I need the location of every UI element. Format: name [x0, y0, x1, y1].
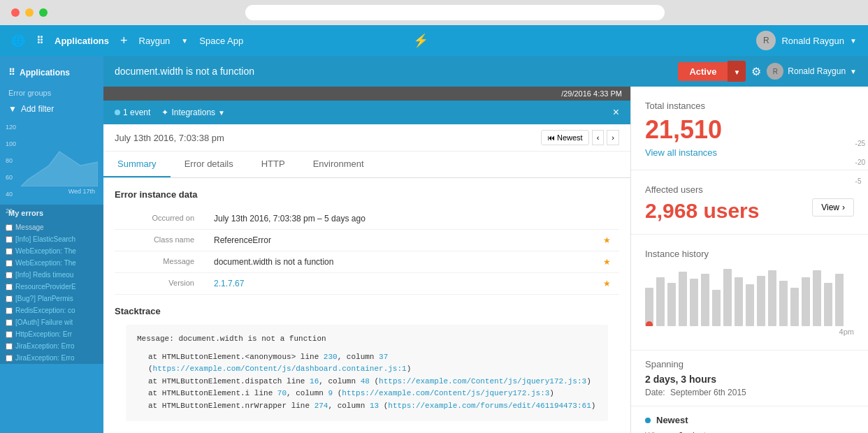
table-row: Occurred on July 13th 2016, 7:03:38 pm –…	[115, 208, 619, 230]
newest-button[interactable]: ⏮ Newest	[541, 130, 589, 145]
view-btn-label: View	[821, 203, 839, 212]
raygun-label[interactable]: Raygun	[139, 36, 171, 46]
newest-dot	[645, 418, 651, 423]
instance-history-section: Instance history	[631, 235, 868, 350]
applications-label[interactable]: Applications	[55, 36, 109, 46]
tab-environment[interactable]: Environment	[299, 152, 378, 177]
user-dropdown-icon[interactable]: ▼	[850, 37, 857, 45]
message-value: document.width is not a function ★	[205, 251, 619, 273]
list-item[interactable]: JiraException: Erro	[0, 340, 103, 352]
class-name-value: ReferenceError ★	[205, 230, 619, 251]
view-all-instances-link[interactable]: View all instances	[645, 147, 717, 158]
event-dot	[115, 110, 120, 115]
filter-icon: ▼	[8, 104, 17, 114]
instance-nav: July 13th 2016, 7:03:38 pm ⏮ Newest ‹ ›	[103, 124, 630, 152]
top-nav: 🌐 ⠿ Applications + Raygun ▼ Space App ⚡ …	[0, 25, 868, 56]
event-label: 1 event	[123, 108, 150, 117]
timestamp-bar: /29/2016 4:33 PM	[103, 87, 630, 101]
error-instance-section: Error instance data Occurred on July 13t…	[103, 178, 630, 306]
error-checkbox-2[interactable]	[6, 248, 13, 255]
chevron-right-icon: ›	[842, 203, 845, 212]
dropdown-arrow-icon: ▼	[733, 68, 740, 76]
add-filter-button[interactable]: ▼ Add filter	[0, 100, 103, 118]
occurred-on-label: Occurred on	[115, 208, 205, 230]
error-checkbox-8[interactable]	[6, 319, 13, 326]
left-detail: /29/2016 4:33 PM 1 event ✦ Integrations …	[103, 87, 630, 433]
svg-rect-7	[712, 290, 721, 326]
class-name-label: Class name	[115, 230, 205, 251]
table-row: Message document.width is not a function…	[115, 251, 619, 273]
version-value: 2.1.7.67 ★	[205, 273, 619, 295]
timestamp-value: /29/2016 4:33 PM	[561, 89, 622, 98]
svg-rect-14	[790, 288, 799, 326]
stacktrace-section: Stacktrace Message: document.width is no…	[103, 306, 630, 432]
timeline-labels: -25 -20 -5	[855, 140, 868, 185]
error-checkbox-7[interactable]	[6, 307, 13, 314]
table-row: Version 2.1.7.67 ★	[115, 273, 619, 295]
view-users-button[interactable]: View ›	[812, 198, 854, 216]
chevron-down-icon: ▼	[181, 37, 188, 45]
list-item[interactable]: [Info] Redis timeou	[0, 269, 103, 281]
chart-time-label: 4pm	[645, 328, 854, 336]
close-panel-button[interactable]: ×	[613, 106, 619, 119]
tab-summary[interactable]: Summary	[103, 152, 171, 177]
spanning-date-value: September 6th 2015	[670, 388, 746, 397]
tab-error-details[interactable]: Error details	[171, 152, 247, 177]
list-item[interactable]: WebException: The	[0, 245, 103, 257]
svg-rect-1	[645, 288, 653, 326]
occurred-on-value: July 13th 2016, 7:03:38 pm – 5 days ago	[205, 208, 619, 230]
newest-title: Newest	[656, 415, 688, 425]
error-checkbox-3[interactable]	[6, 260, 13, 267]
error-instance-title: Error instance data	[115, 189, 619, 200]
url-bar[interactable]	[245, 5, 665, 20]
affected-users-section: Affected users 2,968 users View ›	[631, 170, 868, 235]
active-dropdown-button[interactable]: ▼	[728, 61, 746, 82]
version-label: Version	[115, 273, 205, 295]
star-icon-2[interactable]: ★	[603, 257, 611, 267]
next-button[interactable]: ›	[607, 130, 619, 145]
event-badge: 1 event	[115, 108, 150, 117]
tab-http[interactable]: HTTP	[247, 152, 299, 177]
sidebar: ⠿ Applications Error groups ▼ Add filter…	[0, 56, 103, 433]
error-checkbox-6[interactable]	[6, 295, 13, 302]
error-text: WebException: The	[15, 247, 76, 255]
instance-history-chart-wrapper: 4pm	[645, 263, 854, 336]
error-text: JiraException: Erro	[15, 342, 74, 350]
avatar: R	[756, 31, 776, 50]
svg-rect-17	[824, 283, 832, 326]
list-item[interactable]: JiraException: Erro	[0, 352, 103, 364]
error-checkbox-1[interactable]	[6, 236, 13, 243]
star-icon-1[interactable]: ★	[603, 235, 611, 245]
detail-panel: /29/2016 4:33 PM 1 event ✦ Integrations …	[103, 87, 868, 433]
spanning-label: Spanning	[645, 359, 854, 369]
list-item[interactable]: RedisException: co	[0, 304, 103, 316]
error-text: RedisException: co	[15, 307, 75, 314]
list-item[interactable]: [OAuth] Failure wit	[0, 316, 103, 328]
prev-button[interactable]: ‹	[592, 130, 605, 145]
list-item[interactable]: HttpException: Err	[0, 328, 103, 340]
list-item[interactable]: [Info] ElasticSearch	[0, 233, 103, 245]
space-app-label[interactable]: Space App	[199, 36, 243, 46]
error-checkbox-4[interactable]	[6, 272, 13, 279]
star-icon-3[interactable]: ★	[603, 279, 611, 288]
chart-time-value: 4pm	[839, 328, 854, 336]
error-checkbox-9[interactable]	[6, 331, 13, 338]
svg-rect-13	[779, 281, 788, 326]
gear-button[interactable]: ⚙	[751, 65, 761, 78]
stacktrace-content: Message: document.width is not a functio…	[126, 325, 608, 421]
error-text: [Info] Redis timeou	[15, 271, 73, 279]
plus-button[interactable]: +	[120, 34, 128, 47]
error-checkbox-10[interactable]	[6, 343, 13, 350]
affected-users-left: Affected users 2,968 users	[645, 184, 759, 223]
nav-user-dropdown-icon[interactable]: ▼	[850, 68, 857, 75]
error-checkbox-11[interactable]	[6, 355, 13, 362]
svg-rect-9	[735, 277, 743, 326]
active-badge-group: Active ▼	[678, 61, 746, 82]
stacktrace-message: Message: document.width is not a functio…	[137, 333, 597, 346]
newest-section: Newest When: 9 minutes ago Time: 3:08:31…	[631, 406, 868, 433]
integrations-button[interactable]: ✦ Integrations ▼	[161, 108, 225, 117]
list-item[interactable]: [Bug?] PlanPermis	[0, 293, 103, 304]
list-item[interactable]: ResourceProviderE	[0, 281, 103, 293]
error-checkbox-5[interactable]	[6, 284, 13, 291]
list-item[interactable]: WebException: The	[0, 257, 103, 269]
